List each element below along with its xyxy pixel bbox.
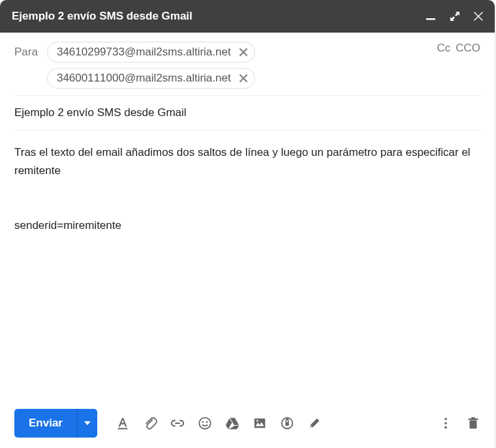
svg-point-13 bbox=[310, 426, 311, 427]
titlebar-actions bbox=[426, 12, 483, 21]
body-paragraph: Tras el texto del email añadimos dos sal… bbox=[14, 143, 480, 180]
svg-point-14 bbox=[444, 418, 447, 421]
svg-point-8 bbox=[206, 421, 208, 423]
expand-icon[interactable] bbox=[450, 12, 459, 21]
chip-remove-icon[interactable] bbox=[238, 46, 249, 58]
compose-content: Para 34610299733@mail2sms.altiria.net 34… bbox=[0, 33, 495, 400]
svg-point-7 bbox=[202, 421, 204, 423]
recipient-chip[interactable]: 34600111000@mail2sms.altiria.net bbox=[47, 68, 255, 89]
svg-rect-0 bbox=[426, 18, 435, 20]
recipient-chip[interactable]: 34610299733@mail2sms.altiria.net bbox=[47, 42, 255, 63]
compose-window: Ejemplo 2 envío SMS desde Gmail Para 346… bbox=[0, 0, 495, 448]
link-icon[interactable] bbox=[170, 416, 185, 430]
close-icon[interactable] bbox=[474, 12, 483, 21]
svg-point-16 bbox=[444, 426, 447, 429]
svg-point-15 bbox=[444, 422, 447, 425]
recipient-chips[interactable]: 34610299733@mail2sms.altiria.net 3460011… bbox=[47, 42, 437, 95]
emoji-icon[interactable] bbox=[198, 416, 212, 430]
cc-link[interactable]: Cc bbox=[437, 42, 450, 55]
titlebar: Ejemplo 2 envío SMS desde Gmail bbox=[0, 0, 495, 33]
confidential-icon[interactable] bbox=[280, 416, 294, 430]
send-button-group: Enviar bbox=[14, 409, 97, 438]
subject-input[interactable] bbox=[14, 106, 480, 119]
text-format-icon[interactable] bbox=[116, 416, 130, 430]
chevron-down-icon bbox=[84, 421, 91, 425]
image-icon[interactable] bbox=[253, 416, 267, 430]
compose-toolbar: Enviar bbox=[0, 400, 495, 448]
chip-remove-icon[interactable] bbox=[238, 72, 249, 84]
chip-email: 34610299733@mail2sms.altiria.net bbox=[57, 46, 231, 59]
svg-point-6 bbox=[199, 417, 210, 428]
drive-icon[interactable] bbox=[225, 416, 240, 430]
attach-icon[interactable] bbox=[143, 416, 157, 430]
svg-rect-1 bbox=[118, 428, 128, 429]
send-options-dropdown[interactable] bbox=[77, 409, 97, 438]
minimize-icon[interactable] bbox=[426, 12, 436, 21]
formatting-tools bbox=[116, 416, 322, 430]
pen-icon[interactable] bbox=[307, 416, 322, 430]
svg-rect-12 bbox=[285, 422, 289, 426]
body-paragraph: senderid=miremitente bbox=[14, 217, 480, 235]
svg-rect-9 bbox=[255, 419, 266, 428]
trash-icon[interactable] bbox=[466, 416, 480, 430]
recipients-row: Para 34610299733@mail2sms.altiria.net 34… bbox=[14, 33, 480, 96]
chip-email: 34600111000@mail2sms.altiria.net bbox=[57, 72, 231, 85]
toolbar-right bbox=[439, 416, 480, 430]
subject-row bbox=[14, 96, 480, 130]
body-editor[interactable]: Tras el texto del email añadimos dos sal… bbox=[14, 130, 480, 400]
cc-bcc-links: Cc CCO bbox=[437, 42, 480, 63]
more-options-icon[interactable] bbox=[439, 416, 453, 430]
window-title: Ejemplo 2 envío SMS desde Gmail bbox=[12, 10, 426, 23]
svg-rect-17 bbox=[470, 420, 477, 428]
svg-point-10 bbox=[256, 420, 258, 422]
svg-rect-19 bbox=[471, 417, 475, 419]
send-button[interactable]: Enviar bbox=[14, 409, 77, 438]
bcc-link[interactable]: CCO bbox=[456, 42, 480, 55]
to-label: Para bbox=[14, 42, 38, 59]
